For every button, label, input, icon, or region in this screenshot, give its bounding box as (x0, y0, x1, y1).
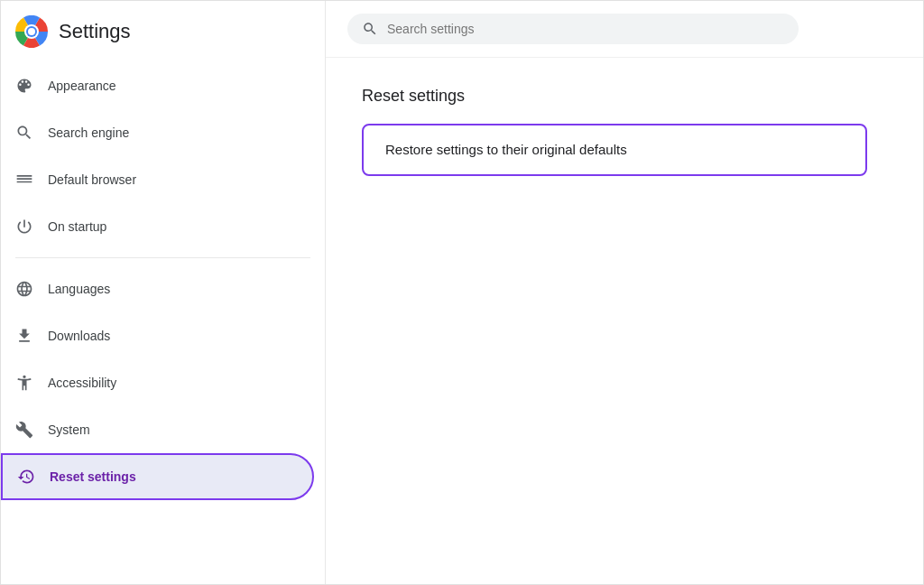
sidebar-item-default-browser-label: Default browser (48, 172, 136, 187)
sidebar-item-appearance-label: Appearance (48, 79, 116, 93)
on-startup-icon (15, 218, 33, 236)
system-icon (15, 421, 33, 439)
search-engine-icon (15, 124, 33, 142)
sidebar-item-search-engine-label: Search engine (48, 125, 129, 140)
sidebar-item-languages-label: Languages (48, 282, 110, 296)
sidebar-item-search-engine[interactable]: Search engine (1, 109, 314, 156)
chrome-logo-icon (15, 15, 48, 48)
sidebar-item-system[interactable]: System (1, 406, 314, 453)
search-icon (362, 21, 378, 37)
app-container: Settings Appearance Search engi (0, 0, 924, 585)
nav-divider (15, 257, 310, 258)
default-browser-icon (15, 171, 33, 189)
sidebar-item-languages[interactable]: Languages (1, 265, 314, 312)
search-bar (347, 14, 799, 44)
sidebar: Settings Appearance Search engi (1, 1, 326, 584)
sidebar-header: Settings (1, 1, 325, 62)
search-input[interactable] (387, 22, 784, 36)
sidebar-item-accessibility[interactable]: Accessibility (1, 359, 314, 406)
sidebar-item-downloads-label: Downloads (48, 329, 110, 343)
content-area: Reset settings Restore settings to their… (326, 58, 923, 584)
appearance-icon (15, 77, 33, 95)
svg-point-4 (28, 28, 35, 35)
accessibility-icon (15, 374, 33, 392)
languages-icon (15, 280, 33, 298)
sidebar-item-system-label: System (48, 422, 90, 437)
sidebar-item-reset-settings[interactable]: Reset settings (1, 453, 314, 500)
downloads-icon (15, 327, 33, 345)
sidebar-item-appearance[interactable]: Appearance (1, 62, 314, 109)
sidebar-scroll[interactable]: Appearance Search engine Default b (1, 62, 325, 584)
restore-settings-label: Restore settings to their original defau… (385, 142, 627, 157)
search-bar-container (326, 1, 923, 58)
restore-settings-card[interactable]: Restore settings to their original defau… (362, 124, 867, 176)
sidebar-item-downloads[interactable]: Downloads (1, 312, 314, 359)
reset-icon (17, 468, 35, 486)
sidebar-item-reset-settings-label: Reset settings (50, 469, 136, 484)
section-title: Reset settings (362, 87, 887, 106)
sidebar-item-on-startup[interactable]: On startup (1, 203, 314, 250)
sidebar-item-accessibility-label: Accessibility (48, 376, 116, 390)
sidebar-item-default-browser[interactable]: Default browser (1, 156, 314, 203)
main-content: Reset settings Restore settings to their… (326, 1, 923, 584)
sidebar-item-on-startup-label: On startup (48, 219, 106, 234)
settings-title: Settings (59, 20, 131, 43)
